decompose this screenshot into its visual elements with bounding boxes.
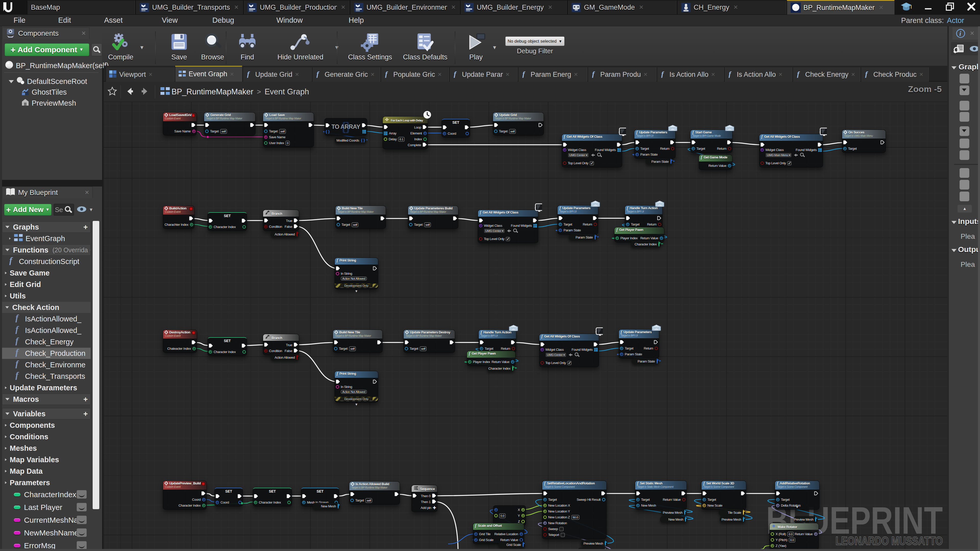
exec-pin[interactable] bbox=[302, 494, 306, 499]
add-icon[interactable]: + bbox=[83, 395, 90, 403]
node-sao[interactable]: fScale and OffsetGrid TileRelative Locat… bbox=[473, 523, 524, 544]
data-pin[interactable] bbox=[655, 347, 658, 350]
node-bv[interactable]: X0.0YZ bbox=[493, 505, 526, 526]
data-pin[interactable] bbox=[494, 514, 498, 517]
data-pin[interactable] bbox=[541, 348, 544, 351]
expander-icon[interactable] bbox=[5, 435, 7, 438]
graph-tab-param-energ[interactable]: fParam Energ✕ bbox=[518, 67, 587, 82]
node-srlr[interactable]: fSetRelativeLocationAndRotationTarget is… bbox=[542, 481, 607, 539]
data-pin[interactable] bbox=[479, 224, 482, 227]
expander-icon[interactable] bbox=[5, 283, 7, 286]
data-pin[interactable] bbox=[543, 521, 547, 525]
exec-pin[interactable] bbox=[760, 143, 765, 148]
graph-tab-param-produ[interactable]: fParam Produ✕ bbox=[588, 67, 656, 82]
asset-tab-basemap[interactable]: BaseMap bbox=[27, 0, 135, 14]
graph-tab-is-action-allo[interactable]: fIs Action Allo✕ bbox=[657, 67, 724, 82]
graph-tab-update-parar[interactable]: fUpdate Parar✕ bbox=[449, 67, 517, 82]
data-pin[interactable] bbox=[543, 527, 547, 530]
menu-asset[interactable]: Asset bbox=[97, 15, 130, 26]
exec-pin[interactable] bbox=[286, 494, 291, 499]
reroute-node[interactable] bbox=[241, 502, 243, 505]
category-conditions[interactable]: Conditions bbox=[2, 431, 91, 442]
exec-pin[interactable] bbox=[242, 219, 246, 224]
graph-tab-viewport[interactable]: Viewport✕ bbox=[106, 67, 175, 82]
close-icon[interactable]: ✕ bbox=[919, 71, 924, 78]
array-pin[interactable] bbox=[384, 132, 387, 135]
exec-pin[interactable] bbox=[453, 216, 457, 221]
var-get-ci2[interactable]: Character Index bbox=[487, 365, 515, 372]
data-pin[interactable] bbox=[543, 516, 547, 519]
restore-button[interactable] bbox=[945, 2, 955, 13]
node-ba[interactable]: BuildActionCustom EventCharachter Index bbox=[163, 206, 194, 229]
exec-pin[interactable] bbox=[201, 491, 205, 496]
exec-pin[interactable] bbox=[405, 340, 409, 345]
section-header-variables[interactable]: Variables+ bbox=[2, 408, 91, 419]
component-root-row[interactable]: BP_RuntimeMapMaker(self) bbox=[5, 60, 109, 71]
expander-icon[interactable] bbox=[5, 295, 7, 297]
data-pin[interactable] bbox=[209, 350, 212, 354]
expander-icon[interactable] bbox=[5, 470, 7, 472]
data-pin[interactable] bbox=[657, 359, 658, 364]
exec-pin[interactable] bbox=[432, 494, 436, 499]
pin-value-box[interactable]: self bbox=[366, 498, 372, 503]
category-parameters[interactable]: Parameters bbox=[2, 477, 91, 488]
data-pin[interactable] bbox=[264, 135, 267, 139]
exec-pin[interactable] bbox=[635, 140, 640, 145]
exec-pin[interactable] bbox=[362, 123, 366, 128]
exec-pin[interactable] bbox=[450, 340, 454, 345]
exec-pin[interactable] bbox=[465, 125, 469, 130]
exec-pin[interactable] bbox=[617, 143, 621, 148]
expander-icon[interactable] bbox=[5, 272, 7, 274]
category-map-variables[interactable]: Map Variables bbox=[2, 454, 91, 465]
pin-value-box[interactable]: self bbox=[220, 129, 227, 134]
var-get-nm1[interactable]: New Mesh bbox=[313, 503, 340, 510]
category-save-game[interactable]: Save Game bbox=[2, 267, 91, 279]
data-pin[interactable] bbox=[494, 130, 497, 133]
data-pin[interactable] bbox=[264, 349, 267, 353]
exec-pin[interactable] bbox=[254, 494, 258, 499]
item-isactionallowed_[interactable]: fIsActionAllowed_ bbox=[2, 313, 91, 324]
details-button[interactable] bbox=[959, 192, 969, 201]
item-check_production[interactable]: fCheck_Production bbox=[2, 348, 91, 359]
exec-pin[interactable] bbox=[336, 266, 340, 272]
var-get-nm2[interactable]: New Mesh bbox=[660, 516, 687, 523]
close-icon[interactable]: ✕ bbox=[733, 4, 738, 11]
var-get-ts[interactable]: Tile Scale bbox=[719, 509, 746, 516]
data-pin[interactable] bbox=[336, 385, 339, 389]
item-eventgraph[interactable]: EventGraph bbox=[2, 233, 91, 244]
component-row-ghosttiles[interactable]: GhostTiles bbox=[21, 87, 67, 97]
exec-pin[interactable] bbox=[818, 143, 822, 148]
exec-pin[interactable] bbox=[350, 492, 355, 497]
data-pin[interactable] bbox=[771, 544, 774, 548]
asset-tab-umg_builder_environmen[interactable]: UMG_Builder_Environmen✕ bbox=[350, 0, 460, 14]
details-button[interactable] bbox=[959, 168, 969, 178]
exec-pin[interactable] bbox=[423, 125, 427, 130]
category-meshes[interactable]: Meshes bbox=[2, 443, 91, 454]
section-header-functions[interactable]: Functions(20 Overrida+ bbox=[2, 245, 91, 256]
dropdown-caret-icon[interactable]: ▼ bbox=[492, 44, 497, 51]
exec-pin[interactable] bbox=[413, 494, 417, 499]
item-check_transports[interactable]: fCheck_Transports bbox=[2, 371, 91, 382]
node-set5[interactable]: SETCharacter Index bbox=[253, 488, 292, 507]
item-isactionallowed_[interactable]: fIsActionAllowed_ bbox=[2, 325, 91, 336]
search-input[interactable]: Se bbox=[54, 204, 74, 216]
details-button[interactable] bbox=[959, 126, 969, 136]
data-pin[interactable] bbox=[703, 504, 706, 507]
data-pin[interactable] bbox=[658, 223, 661, 226]
section-header-macros[interactable]: Macros+ bbox=[2, 394, 91, 405]
close-icon[interactable]: ✕ bbox=[451, 4, 456, 11]
pin-value-box[interactable]: 0.0 bbox=[789, 538, 795, 542]
graph-tab-check-produc[interactable]: fCheck Produc✕ bbox=[861, 67, 929, 82]
checkbox[interactable] bbox=[559, 527, 563, 531]
node-ggm[interactable]: fGet Game ModeReturn Value bbox=[699, 155, 732, 170]
node-ls[interactable]: Load SaveTarget is BP Runtime Map MakerT… bbox=[263, 112, 314, 147]
array-pin[interactable] bbox=[533, 224, 537, 227]
data-pin[interactable] bbox=[760, 162, 764, 165]
close-icon[interactable]: ✕ bbox=[341, 4, 345, 11]
exec-pin[interactable] bbox=[373, 380, 377, 385]
my-blueprint-panel-tab[interactable]: My Blueprint✕ bbox=[2, 186, 93, 198]
exec-pin[interactable] bbox=[209, 344, 213, 349]
collapse-node-icon[interactable]: ▼ bbox=[335, 403, 378, 407]
data-pin[interactable] bbox=[703, 498, 706, 501]
exec-pin[interactable] bbox=[191, 123, 196, 128]
